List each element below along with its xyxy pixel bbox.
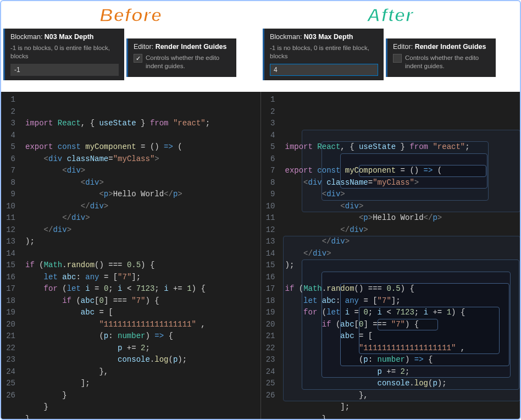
line-number: 17	[3, 283, 15, 295]
code-panel-before[interactable]: 1234567891011121314151617181920212223242…	[1, 92, 261, 419]
code-line[interactable]: </div>	[280, 224, 520, 236]
code-line[interactable]: export const myComponent = () => (	[20, 141, 260, 153]
code-line[interactable]: </div>	[20, 224, 260, 236]
settings-row: Blockman: N03 Max Depth -1 is no blocks,…	[1, 29, 520, 92]
code-line[interactable]	[280, 153, 520, 165]
line-number: 21	[263, 330, 275, 342]
line-number: 26	[263, 390, 275, 402]
setting-description: Controls whether the edito indent guides…	[146, 54, 231, 70]
code-line[interactable]: ];	[280, 401, 520, 413]
code-line[interactable]: <p>Hello World</p>	[20, 189, 260, 201]
setting-description: -1 is no blocks, 0 is entire file block,…	[10, 44, 119, 60]
line-number: 3	[3, 118, 15, 130]
line-number: 13	[3, 236, 15, 248]
line-number: 9	[3, 189, 15, 201]
code-line[interactable]: let abc: any = ["7"];	[20, 272, 260, 284]
code-line[interactable]: "1111111111111111111" ,	[20, 319, 260, 331]
code-line[interactable]: if (abc[0] === "7") {	[20, 295, 260, 307]
line-number: 26	[3, 390, 15, 402]
setting-title: Editor: Render Indent Guides	[134, 43, 231, 51]
code-line[interactable]: );	[280, 259, 520, 272]
line-number: 1	[3, 94, 15, 106]
code-line[interactable]: <div>	[20, 177, 260, 189]
code-line[interactable]: );	[20, 236, 260, 248]
code-line[interactable]	[20, 248, 260, 260]
code-line[interactable]: </div>	[20, 212, 260, 224]
line-number: 22	[3, 342, 15, 355]
code-line[interactable]: if (abc[0] === "7") {	[280, 319, 520, 331]
code-area[interactable]: import React, { useState } from "react";…	[20, 92, 260, 419]
line-number: 18	[3, 295, 15, 307]
code-line[interactable]: p += 2;	[20, 342, 260, 355]
line-number: 8	[263, 177, 275, 189]
setting-title: Editor: Render Indent Guides	[393, 43, 490, 51]
code-line[interactable]: import React, { useState } from "react";	[280, 141, 520, 153]
code-panel-after[interactable]: 1234567891011121314151617181920212223242…	[261, 92, 520, 419]
code-line[interactable]: <div>	[280, 201, 520, 213]
code-line[interactable]: (p: number) => {	[20, 330, 260, 342]
code-line[interactable]: <div className="myClass">	[20, 153, 260, 165]
line-number: 25	[3, 378, 15, 390]
code-line[interactable]: </div>	[280, 248, 520, 260]
line-number: 14	[263, 248, 275, 260]
code-line[interactable]: abc = [	[280, 330, 520, 342]
code-line[interactable]: p += 2;	[280, 366, 520, 378]
code-line[interactable]	[280, 272, 520, 284]
code-line[interactable]: console.log(p);	[20, 354, 260, 366]
depth-input-before[interactable]	[10, 64, 119, 76]
code-line[interactable]: ];	[20, 378, 260, 390]
code-line[interactable]: </div>	[280, 236, 520, 248]
line-number: 18	[263, 295, 275, 307]
setting-description: -1 is no blocks, 0 is entire file block,…	[270, 44, 378, 60]
depth-input-after[interactable]	[270, 64, 378, 76]
code-panels: 1234567891011121314151617181920212223242…	[1, 92, 520, 419]
code-line[interactable]: }	[20, 390, 260, 402]
before-label: Before	[99, 4, 162, 26]
line-number: 6	[263, 153, 275, 165]
line-gutter: 1234567891011121314151617181920212223242…	[1, 92, 20, 419]
code-line[interactable]: console.log(p);	[280, 378, 520, 390]
code-area[interactable]: import React, { useState } from "react";…	[280, 92, 520, 419]
code-line[interactable]: "1111111111111111111" ,	[280, 342, 520, 355]
line-number: 8	[3, 177, 15, 189]
line-number: 16	[263, 272, 275, 284]
code-line[interactable]: </div>	[20, 201, 260, 213]
line-number: 20	[3, 319, 15, 331]
code-line[interactable]: abc = [	[20, 307, 260, 319]
after-label: After	[367, 4, 413, 26]
line-number: 5	[263, 141, 275, 153]
code-line[interactable]: for (let i = 0; i < 7123; i += 1) {	[280, 307, 520, 319]
code-line[interactable]: (p: number) => {	[280, 354, 520, 366]
line-number: 4	[263, 130, 275, 142]
line-number: 24	[3, 366, 15, 378]
render-checkbox-before[interactable]: ✓	[134, 54, 142, 63]
blockman-depth-setting-after: Blockman: N03 Max Depth -1 is no blocks,…	[263, 29, 384, 80]
code-line[interactable]: let abc: any = ["7"];	[280, 295, 520, 307]
code-line[interactable]: }	[20, 401, 260, 413]
code-line[interactable]: import React, { useState } from "react";	[20, 118, 260, 130]
code-line[interactable]: <div>	[20, 165, 260, 177]
render-checkbox-after[interactable]	[393, 54, 402, 63]
code-line[interactable]	[20, 130, 260, 142]
code-line[interactable]: },	[280, 390, 520, 402]
code-line[interactable]: for (let i = 0; i < 7123; i += 1) {	[20, 283, 260, 295]
line-number: 16	[3, 272, 15, 284]
line-number: 1	[263, 94, 275, 106]
line-number: 15	[263, 259, 275, 272]
code-line[interactable]: <div className="myClass">	[280, 177, 520, 189]
code-line[interactable]: }	[280, 413, 520, 419]
code-line[interactable]: },	[20, 366, 260, 378]
line-number: 15	[3, 259, 15, 272]
line-number: 13	[263, 236, 275, 248]
line-number: 9	[263, 189, 275, 201]
code-line[interactable]: if (Math.random() === 0.5) {	[280, 283, 520, 295]
code-line[interactable]: if (Math.random() === 0.5) {	[20, 259, 260, 272]
code-line[interactable]: <div>	[280, 189, 520, 201]
line-number: 10	[263, 201, 275, 213]
code-line[interactable]: <p>Hello World</p>	[280, 212, 520, 224]
code-line[interactable]: export const myComponent = () => (	[280, 165, 520, 177]
line-number: 5	[3, 141, 15, 153]
code-line[interactable]: }	[20, 413, 260, 419]
line-number: 17	[263, 283, 275, 295]
line-number: 19	[3, 307, 15, 319]
